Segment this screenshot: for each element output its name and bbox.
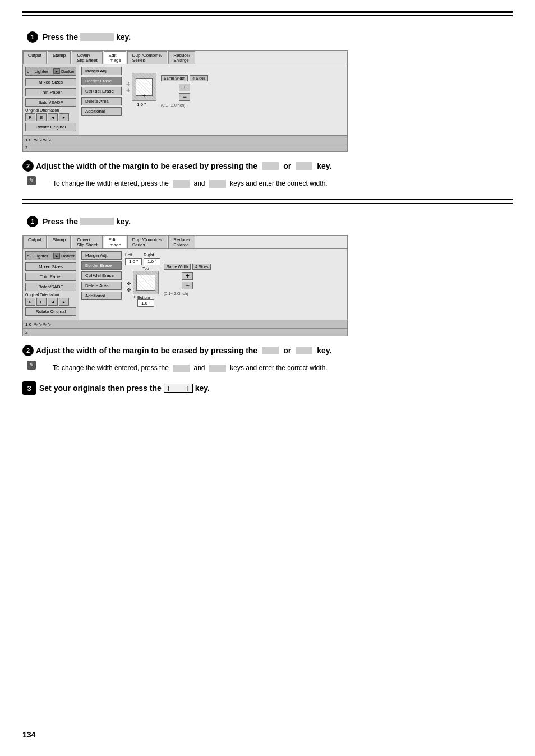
panel-bottom-1: 1 0 ∿∿∿∿ <box>23 135 347 144</box>
darker-btn[interactable]: ► <box>53 68 60 74</box>
crosshair-symbol2: ✛ <box>126 87 131 93</box>
left-btn-rotate[interactable]: Rotate Original <box>25 123 76 131</box>
note-key2-2 <box>209 365 226 372</box>
preview-box-2 <box>133 271 159 294</box>
btn-delete-area[interactable]: Delete Area <box>81 97 122 105</box>
right-controls-1: Same Width 4 Sides + − (0.1~ 2.0Inch) <box>161 67 208 116</box>
orient2-r[interactable]: R <box>25 298 35 306</box>
tab2-stamp[interactable]: Stamp <box>48 236 71 248</box>
step3-key-end: key. <box>195 384 210 393</box>
btn-margin-adj[interactable]: Margin Adj. <box>81 67 122 75</box>
btn2-additional[interactable]: Additional <box>81 292 122 300</box>
tab2-output[interactable]: Output <box>23 236 47 248</box>
func-buttons-1: Margin Adj. Border Erase Ctrl+del Erase … <box>81 67 122 116</box>
panel-right-1: Margin Adj. Border Erase Ctrl+del Erase … <box>79 64 347 135</box>
tab2-edit-image[interactable]: EditImage <box>104 236 126 248</box>
minus-btn-1[interactable]: − <box>179 93 190 101</box>
four-sides-btn-2[interactable]: 4 Sides <box>192 264 211 270</box>
step2-key2-2 <box>296 347 312 354</box>
top-label-2: Top <box>133 266 159 270</box>
bottom-label-2: Bottom <box>137 296 150 299</box>
same-width-btn-1[interactable]: Same Width <box>161 75 188 81</box>
section-divider-bottom <box>22 203 513 204</box>
note-text-1: To change the width entered, press the <box>53 179 169 187</box>
note-text-block-2: To change the width entered, press the a… <box>53 363 328 373</box>
tab2-dup[interactable]: Dup./Combine/Series <box>127 236 167 248</box>
same-width-btn-2[interactable]: Same Width <box>164 264 191 270</box>
darker-btn-2[interactable]: ► <box>53 253 60 259</box>
btn2-margin-adj[interactable]: Margin Adj. <box>81 251 122 260</box>
orient-right[interactable]: ► <box>59 113 69 121</box>
left2-btn-mixed[interactable]: Mixed Sizes <box>25 262 76 271</box>
left2-btn-rotate[interactable]: Rotate Original <box>25 307 76 316</box>
panel-body-1: q Lighter ► Darker Mixed Sizes Thin Pape… <box>23 64 347 135</box>
lr-labels: Left 1.0 " Right 1.0 " <box>125 252 160 265</box>
page-number: 134 <box>22 730 35 739</box>
func-buttons-2: Margin Adj. Border Erase Ctrl+del Erase … <box>81 251 122 308</box>
crosshairs-left-2: ✛✛ <box>127 281 131 293</box>
btn2-border-erase[interactable]: Border Erase <box>81 261 122 270</box>
plus-btn-2[interactable]: + <box>182 272 193 280</box>
btn2-delete-area[interactable]: Delete Area <box>81 282 122 290</box>
left-btn-mixed[interactable]: Mixed Sizes <box>25 78 76 86</box>
section2-step1-label: Press the <box>43 217 78 226</box>
panel-right-inner-1: Margin Adj. Border Erase Ctrl+del Erase … <box>81 67 345 116</box>
orient2-right[interactable]: ► <box>59 298 69 306</box>
orient-r[interactable]: R <box>25 113 35 121</box>
section1-step1-label: Press the <box>43 33 78 42</box>
right-label-2: Right <box>144 252 160 257</box>
minus-btn-2[interactable]: − <box>182 282 193 289</box>
tab-output[interactable]: Output <box>23 51 47 64</box>
note-key1-2 <box>173 365 190 372</box>
panel-right-2: Margin Adj. Border Erase Ctrl+del Erase … <box>79 249 347 320</box>
tab2-reduce[interactable]: Reduce/Enlarge <box>168 236 195 248</box>
preview-pattern-2 <box>133 271 158 294</box>
crosshair-bottom: ✛ <box>142 94 146 98</box>
orient-buttons: R E ◄ ► <box>25 113 76 121</box>
q-icon: q <box>27 69 29 74</box>
section2-step3: 3 Set your originals then press the [ ] … <box>22 381 513 395</box>
bottom-text-1: 1 0 <box>25 137 31 142</box>
orient-buttons-2: R E ◄ ► <box>25 298 76 306</box>
tab-reduce[interactable]: Reduce/Enlarge <box>168 51 195 64</box>
section-1: 1 Press the key. Output Stamp Cover/Slip… <box>22 29 513 188</box>
step2-badge-2: 2 <box>22 345 34 356</box>
panel-bottom-sub-1: 2 <box>23 144 347 151</box>
left2-btn-batch[interactable]: Batch/SADF <box>25 283 76 291</box>
note-icon-2: ✎ <box>27 361 36 370</box>
btn2-ctrl-del[interactable]: Ctrl+del Erase <box>81 271 122 280</box>
orient-label: Original Orientation <box>25 108 76 112</box>
step2-main-label-2: Adjust the width of the margin to be era… <box>36 346 257 355</box>
left-btn-thin[interactable]: Thin Paper <box>25 88 76 96</box>
tab-stamp[interactable]: Stamp <box>48 51 71 64</box>
left-side-vals: Left 1.0 " <box>125 252 142 265</box>
tab-edit-image[interactable]: EditImage <box>104 51 126 64</box>
btn-border-erase[interactable]: Border Erase <box>81 77 122 85</box>
darker-label: Darker <box>61 69 75 74</box>
plus-btn-1[interactable]: + <box>179 84 190 91</box>
orient-left[interactable]: ◄ <box>48 113 58 121</box>
bottom-value-2: 1.0 " <box>137 299 154 307</box>
left2-btn-thin[interactable]: Thin Paper <box>25 273 76 281</box>
tab-cover[interactable]: Cover/Slip Sheet <box>72 51 102 64</box>
range-text-2: (0.1~ 2.0Inch) <box>164 292 211 296</box>
left-btn-batch[interactable]: Batch/SADF <box>25 98 76 107</box>
orient-e[interactable]: E <box>36 113 47 121</box>
tab2-cover[interactable]: Cover/Slip Sheet <box>72 236 102 248</box>
note-icon-1: ✎ <box>27 176 36 185</box>
orient2-e[interactable]: E <box>36 298 47 306</box>
btn-additional[interactable]: Additional <box>81 107 122 116</box>
preview-area-1: ✛ <box>132 73 156 101</box>
orient-label-2: Original Orientation <box>25 293 76 297</box>
arrows-row-1: ✛ ✛ ✛ <box>126 73 156 101</box>
orient2-left[interactable]: ◄ <box>48 298 58 306</box>
tab-dup[interactable]: Dup./Combine/Series <box>127 51 167 64</box>
left-label-2: Left <box>125 252 142 257</box>
step3-label: Set your originals then press the <box>39 384 162 393</box>
btn-ctrl-del[interactable]: Ctrl+del Erase <box>81 87 122 95</box>
top-btns-row-1: Same Width 4 Sides <box>161 75 208 81</box>
four-sides-btn-1[interactable]: 4 Sides <box>190 75 208 81</box>
lighter-label: Lighter <box>30 69 52 74</box>
ui-panel-2: Output Stamp Cover/Slip Sheet EditImage … <box>22 235 348 336</box>
step2-key1-2 <box>262 347 279 354</box>
